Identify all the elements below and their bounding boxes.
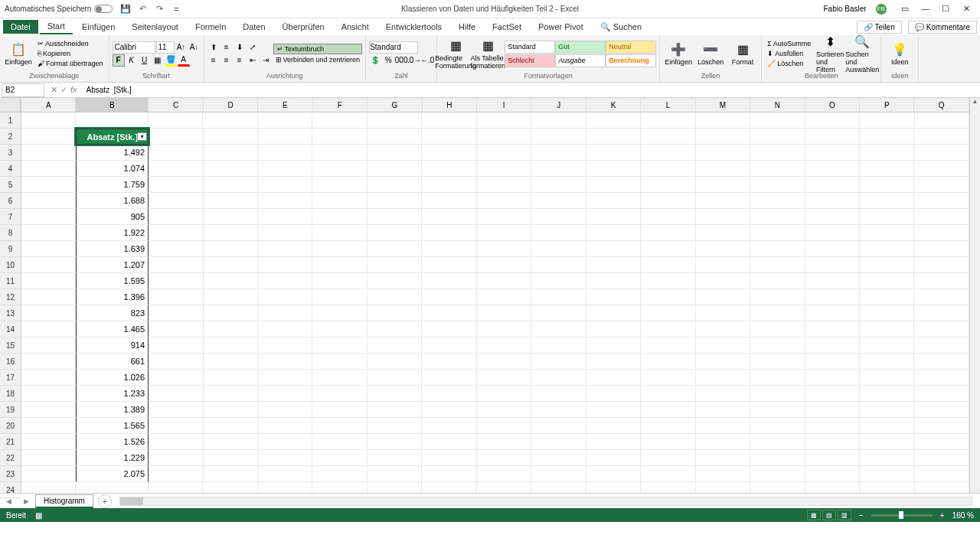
cells-area[interactable]: Absatz [Stk.]1.4921.0741.7591.6889051.92… <box>21 112 969 493</box>
decrease-decimal-icon[interactable]: ←.0 <box>421 54 433 67</box>
cell-D24[interactable] <box>203 482 257 493</box>
minimize-icon[interactable]: — <box>916 4 934 13</box>
cell-C16[interactable] <box>149 354 203 370</box>
cell-O24[interactable] <box>805 482 860 493</box>
cell-E12[interactable] <box>258 289 312 305</box>
cell-E22[interactable] <box>258 450 312 466</box>
cell-P7[interactable] <box>860 209 914 225</box>
cell-O14[interactable] <box>805 321 860 337</box>
cell-J10[interactable] <box>531 257 586 273</box>
cell-A4[interactable] <box>21 161 76 177</box>
insert-cells-button[interactable]: ➕Einfügen <box>663 40 694 67</box>
find-select-button[interactable]: 🔍Suchen und Auswählen <box>847 32 877 75</box>
cell-I5[interactable] <box>477 177 531 193</box>
cell-O21[interactable] <box>805 434 860 450</box>
cell-O10[interactable] <box>805 257 860 273</box>
cell-A12[interactable] <box>21 289 76 305</box>
tab-hilfe[interactable]: Hilfe <box>451 20 483 34</box>
cell-I6[interactable] <box>477 193 531 209</box>
cell-K15[interactable] <box>586 337 641 354</box>
cell-H9[interactable] <box>422 241 476 257</box>
cell-A7[interactable] <box>21 209 76 225</box>
cell-F4[interactable] <box>312 161 367 177</box>
col-header-K[interactable]: K <box>586 98 641 112</box>
cell-F17[interactable] <box>312 370 367 386</box>
cell-D12[interactable] <box>204 289 258 305</box>
cell-M22[interactable] <box>696 450 750 466</box>
cell-K19[interactable] <box>586 402 641 418</box>
cell-A17[interactable] <box>21 370 76 386</box>
cell-H14[interactable] <box>422 321 476 337</box>
cell-D2[interactable] <box>204 129 258 145</box>
cell-B10[interactable]: 1.207 <box>76 257 149 273</box>
cell-B7[interactable]: 905 <box>76 209 149 225</box>
cell-I12[interactable] <box>477 289 531 305</box>
cell-N21[interactable] <box>750 434 805 450</box>
cell-L16[interactable] <box>641 354 695 370</box>
cell-K21[interactable] <box>586 434 641 450</box>
ideas-button[interactable]: 💡Ideen <box>884 40 915 67</box>
cell-L8[interactable] <box>641 225 695 241</box>
cell-E21[interactable] <box>258 434 312 450</box>
cell-H23[interactable] <box>422 466 476 482</box>
cell-M15[interactable] <box>696 337 750 354</box>
row-header-15[interactable]: 15 <box>0 337 21 354</box>
cell-J22[interactable] <box>531 450 586 466</box>
cell-I21[interactable] <box>477 434 531 450</box>
cell-E18[interactable] <box>258 386 312 402</box>
col-header-O[interactable]: O <box>805 98 860 112</box>
style-berechnung[interactable]: Berechnung <box>606 54 656 67</box>
cell-H24[interactable] <box>422 482 476 493</box>
cell-F11[interactable] <box>312 273 367 289</box>
tab-entwicklertools[interactable]: Entwicklertools <box>378 20 449 34</box>
cell-J11[interactable] <box>531 273 586 289</box>
italic-button[interactable]: K <box>126 54 138 67</box>
cell-H7[interactable] <box>422 209 476 225</box>
cell-O1[interactable] <box>805 112 860 129</box>
zoom-in-button[interactable]: + <box>940 511 945 520</box>
cell-O22[interactable] <box>805 450 860 466</box>
row-header-17[interactable]: 17 <box>0 370 21 386</box>
cell-P4[interactable] <box>860 161 914 177</box>
cell-E10[interactable] <box>258 257 312 273</box>
cell-I23[interactable] <box>477 466 531 482</box>
cell-M10[interactable] <box>696 257 750 273</box>
cell-D7[interactable] <box>204 209 258 225</box>
cell-P20[interactable] <box>860 418 914 434</box>
cell-I14[interactable] <box>477 321 531 337</box>
col-header-Q[interactable]: Q <box>914 98 969 112</box>
cell-M2[interactable] <box>696 129 750 145</box>
cell-P15[interactable] <box>860 337 914 354</box>
cell-N20[interactable] <box>750 418 805 434</box>
align-right-icon[interactable]: ≡ <box>234 54 246 67</box>
cell-L19[interactable] <box>641 402 695 418</box>
cell-G15[interactable] <box>368 337 422 354</box>
cell-L11[interactable] <box>641 273 695 289</box>
col-header-N[interactable]: N <box>750 98 805 112</box>
cell-P24[interactable] <box>860 482 914 493</box>
cell-C9[interactable] <box>149 241 203 257</box>
page-layout-view-icon[interactable]: ▤ <box>822 510 836 520</box>
cell-I24[interactable] <box>477 482 531 493</box>
cell-F12[interactable] <box>312 289 367 305</box>
cell-E5[interactable] <box>258 177 312 193</box>
align-top-icon[interactable]: ⬆ <box>207 41 220 54</box>
cell-J7[interactable] <box>531 209 586 225</box>
row-header-6[interactable]: 6 <box>0 193 21 209</box>
cell-N9[interactable] <box>750 241 805 257</box>
cell-K12[interactable] <box>586 289 641 305</box>
cell-D9[interactable] <box>204 241 258 257</box>
cell-N10[interactable] <box>750 257 805 273</box>
row-header-21[interactable]: 21 <box>0 434 21 450</box>
cell-Q9[interactable] <box>914 241 969 257</box>
cell-N17[interactable] <box>750 370 805 386</box>
cell-P11[interactable] <box>860 273 914 289</box>
col-header-C[interactable]: C <box>149 98 203 112</box>
horizontal-scrollbar[interactable] <box>119 497 972 506</box>
col-header-B[interactable]: B <box>76 98 149 112</box>
cell-O3[interactable] <box>805 145 860 161</box>
fill-button[interactable]: ⬇ Ausfüllen <box>765 49 813 58</box>
cell-I15[interactable] <box>477 337 531 354</box>
style-schlecht[interactable]: Schlecht <box>505 54 555 67</box>
row-header-8[interactable]: 8 <box>0 225 21 241</box>
